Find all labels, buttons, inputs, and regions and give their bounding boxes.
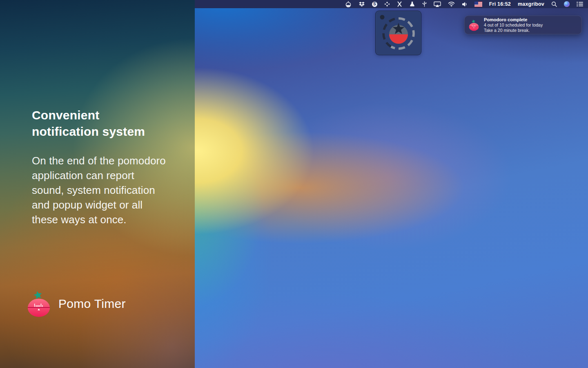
pomodoro-widget[interactable]	[375, 11, 421, 55]
menu-bar-clock[interactable]: Fri 16:52	[489, 0, 511, 8]
diamonds-app-icon[interactable]	[384, 0, 390, 8]
siri-icon[interactable]	[564, 0, 570, 8]
notification-title: Pomodoro complete	[484, 17, 543, 22]
volume-icon[interactable]	[462, 0, 468, 8]
widget-tomato-icon	[389, 23, 408, 44]
feature-heading: Convenient notification system	[32, 107, 154, 140]
feature-description: On the end of the pomodoro application c…	[32, 153, 168, 227]
left-feature-panel: Convenient notification system On the en…	[0, 0, 195, 368]
menu-bar-username[interactable]: maxgribov	[518, 0, 544, 8]
skype-letter: S	[372, 2, 377, 7]
widget-session-dot	[380, 15, 385, 20]
airplay-display-icon[interactable]	[434, 0, 441, 8]
search-icon[interactable]	[551, 0, 557, 8]
notification-texts: Pomodoro complete 4 out of 10 scheduled …	[484, 17, 543, 33]
brand-name: Pomo Timer	[58, 297, 126, 311]
tools-cross-icon[interactable]	[397, 0, 402, 8]
notification-line-2: Take a 20 minute break.	[484, 28, 543, 33]
dropbox-icon[interactable]	[359, 0, 365, 8]
pomo-timer-logo-icon	[26, 290, 51, 317]
notification-app-icon	[468, 19, 479, 31]
brand-lockup: Pomo Timer	[26, 290, 126, 317]
notification-line-1: 4 out of 10 scheduled for today	[484, 22, 543, 28]
us-flag-icon[interactable]	[474, 0, 482, 8]
pomo-timer-menu-icon[interactable]	[345, 0, 352, 8]
notification-banner[interactable]: Pomodoro complete 4 out of 10 scheduled …	[464, 16, 582, 34]
menu-bar: S	[195, 0, 588, 8]
usb-icon[interactable]	[422, 0, 427, 8]
skype-icon[interactable]: S	[372, 0, 377, 8]
wifi-icon[interactable]	[448, 0, 455, 8]
flask-icon[interactable]	[409, 0, 415, 8]
notification-center-icon[interactable]	[577, 0, 583, 8]
feature-text-block: Convenient notification system On the en…	[32, 107, 168, 227]
